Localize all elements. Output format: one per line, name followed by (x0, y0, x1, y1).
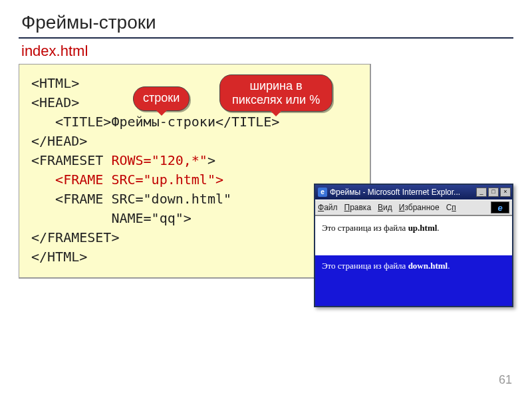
frame-top-text: Это страница из файла (322, 223, 408, 233)
frame-bottom-filename: down.html (408, 261, 448, 271)
ie-icon: e (318, 188, 327, 197)
code-line: </HTML> (31, 249, 87, 265)
menu-favorites[interactable]: Избранное (399, 203, 440, 212)
code-line: NAME="qq"> (31, 210, 192, 226)
code-line: <HTML> (31, 75, 79, 91)
code-line: <FRAME SRC="down.html" (31, 191, 231, 207)
callout-width: ширина в пикселях или % (219, 74, 332, 112)
window-title: Фреймы - Microsoft Internet Explor... (330, 188, 475, 197)
menu-view[interactable]: Вид (378, 203, 392, 212)
code-line: > (207, 152, 215, 168)
frame-top: Это страница из файла up.html. (315, 215, 512, 255)
code-line: <TITLE> (31, 114, 111, 130)
divider (19, 37, 513, 39)
code-line: </HEAD> (31, 133, 87, 149)
menu-bar: ФФайлайл Правка Вид Избранное Сп (315, 200, 512, 215)
menu-file[interactable]: ФФайлайл (318, 203, 338, 212)
code-line: </FRAMESET> (31, 229, 119, 245)
window-titlebar: e Фреймы - Microsoft Internet Explor... … (315, 185, 512, 200)
code-highlight: ROWS="120,*" (111, 152, 207, 168)
code-line: <HEAD> (31, 94, 79, 110)
page-number: 61 (499, 373, 512, 387)
menu-edit[interactable]: Правка (344, 203, 372, 212)
code-line: <FRAMESET (31, 152, 111, 168)
menu-more[interactable]: Сп (446, 203, 456, 212)
filename-label: index.html (0, 43, 532, 60)
callout-rows: строки (133, 86, 190, 111)
frame-bottom-text: Это страница из файла (322, 261, 408, 271)
frame-bottom: Это страница из файла down.html. (315, 255, 512, 306)
code-highlight: <FRAME SRC="up.html"> (31, 172, 223, 188)
callout-line: ширина в (232, 79, 320, 93)
maximize-button[interactable]: □ (488, 188, 499, 197)
minimize-button[interactable]: _ (476, 188, 487, 197)
browser-window: e Фреймы - Microsoft Internet Explor... … (314, 184, 513, 307)
slide-title: Фреймы-строки (0, 0, 532, 37)
callout-line: пикселях или % (232, 93, 320, 107)
ie-logo-icon (491, 201, 509, 213)
close-button[interactable]: × (500, 188, 511, 197)
frame-top-filename: up.html (408, 223, 438, 233)
